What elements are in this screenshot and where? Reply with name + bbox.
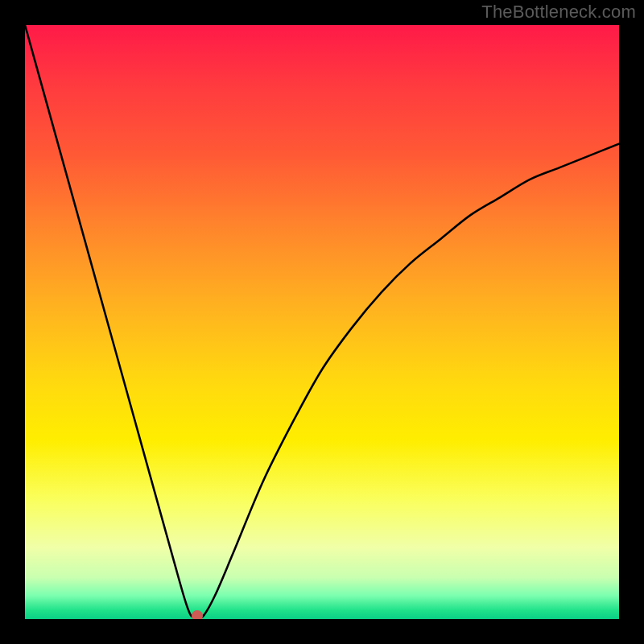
chart-frame: TheBottleneck.com	[0, 0, 644, 644]
minimum-marker	[192, 610, 203, 619]
watermark-text: TheBottleneck.com	[481, 2, 636, 23]
bottleneck-curve	[25, 25, 619, 619]
plot-area	[25, 25, 619, 619]
